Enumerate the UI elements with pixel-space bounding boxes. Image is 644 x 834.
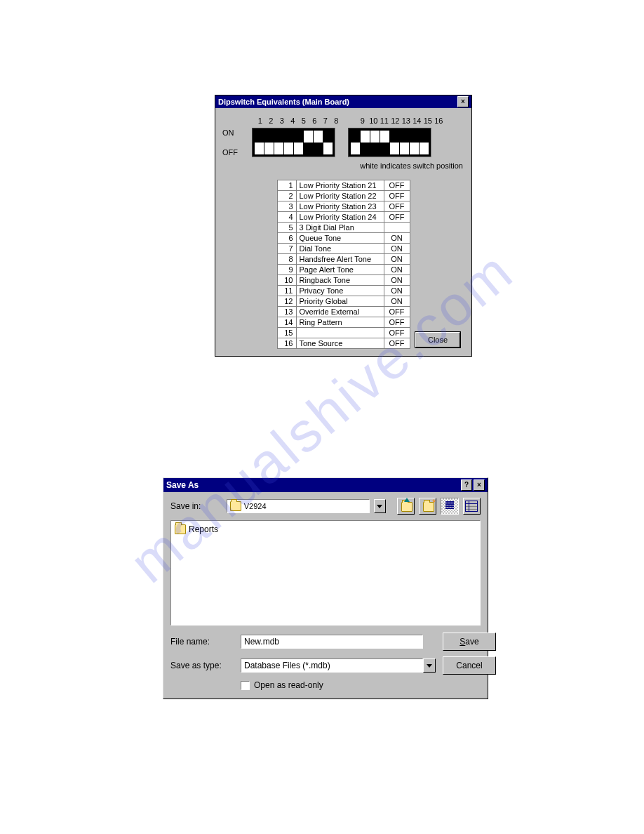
- table-row: 15OFF: [277, 328, 410, 338]
- dip-switch[interactable]: [410, 131, 419, 154]
- row-number: 14: [277, 317, 296, 328]
- up-folder-button[interactable]: [397, 498, 415, 515]
- table-row: 1Low Priority Station 21OFF: [277, 180, 410, 191]
- row-label: Tone Source: [296, 338, 384, 349]
- row-state: ON: [384, 286, 410, 296]
- on-label: ON: [222, 128, 252, 137]
- chevron-down-icon[interactable]: [374, 499, 387, 513]
- row-label: Handsfree Alert Tone: [296, 254, 384, 265]
- row-state: [384, 223, 410, 233]
- row-number: 9: [277, 265, 296, 275]
- table-row: 9Page Alert ToneON: [277, 265, 410, 275]
- readonly-checkbox[interactable]: [241, 681, 250, 690]
- folder-icon: [230, 501, 241, 511]
- table-row: 4Low Priority Station 24OFF: [277, 212, 410, 223]
- file-item-label: Reports: [189, 524, 218, 534]
- switch-number: 12: [390, 117, 401, 125]
- filename-value: New.mdb: [244, 637, 279, 647]
- row-label: 3 Digit Dial Plan: [296, 223, 384, 233]
- dip-switch[interactable]: [390, 131, 399, 154]
- row-number: 7: [277, 244, 296, 254]
- dip-switch[interactable]: [294, 131, 303, 154]
- row-state: ON: [384, 254, 410, 265]
- help-icon[interactable]: ?: [461, 479, 472, 491]
- switch-number: 5: [298, 117, 309, 125]
- row-label: Queue Tone: [296, 233, 384, 244]
- row-number: 8: [277, 254, 296, 265]
- table-row: 11Privacy ToneON: [277, 286, 410, 296]
- dipswitch-number-row: 12345678 910111213141516: [222, 117, 464, 125]
- switch-number: 10: [368, 117, 380, 125]
- row-label: Dial Tone: [296, 244, 384, 254]
- dip-switch[interactable]: [380, 131, 389, 154]
- row-label: Low Priority Station 21: [296, 180, 384, 191]
- dip-switch[interactable]: [255, 131, 264, 154]
- dip-switch[interactable]: [400, 131, 409, 154]
- dip-block-1: [252, 128, 335, 157]
- dip-switch[interactable]: [314, 131, 323, 154]
- close-button[interactable]: Close: [415, 332, 460, 348]
- switch-number: 1: [255, 117, 266, 125]
- row-label: [296, 328, 384, 338]
- dip-switch[interactable]: [351, 131, 360, 154]
- dipswitch-dialog: Dipswitch Equivalents (Main Board) × 123…: [215, 95, 472, 357]
- new-folder-button[interactable]: [419, 498, 436, 515]
- row-state: OFF: [384, 191, 410, 201]
- row-label: Priority Global: [296, 296, 384, 307]
- dip-switch[interactable]: [274, 131, 283, 154]
- row-number: 4: [277, 212, 296, 223]
- row-state: ON: [384, 275, 410, 286]
- list-item[interactable]: Reports: [174, 524, 477, 535]
- row-state: ON: [384, 233, 410, 244]
- dip-switch[interactable]: [264, 131, 274, 154]
- table-row: 14Ring PatternOFF: [277, 317, 410, 328]
- chevron-down-icon[interactable]: [423, 658, 436, 673]
- row-label: Page Alert Tone: [296, 265, 384, 275]
- save-in-value: V2924: [244, 502, 267, 510]
- off-label: OFF: [222, 148, 252, 157]
- row-number: 12: [277, 296, 296, 307]
- row-label: Low Priority Station 23: [296, 201, 384, 212]
- cancel-button[interactable]: Cancel: [443, 656, 496, 675]
- dip-switch[interactable]: [323, 131, 333, 154]
- folder-icon: [175, 524, 186, 534]
- switch-number: 4: [288, 117, 299, 125]
- row-number: 10: [277, 275, 296, 286]
- dip-switch[interactable]: [370, 131, 380, 154]
- filename-input[interactable]: New.mdb: [241, 635, 423, 649]
- table-row: 3Low Priority Station 23OFF: [277, 201, 410, 212]
- save-as-dialog: Save As ? × Save in: V2924 Reports: [163, 477, 488, 699]
- dip-switch[interactable]: [284, 131, 293, 154]
- row-number: 1: [277, 180, 296, 191]
- saveastype-dropdown[interactable]: Database Files (*.mdb): [241, 658, 436, 673]
- file-list[interactable]: Reports: [170, 520, 481, 626]
- details-view-button[interactable]: [463, 498, 481, 515]
- dipswitch-close-icon[interactable]: ×: [457, 96, 469, 107]
- row-label: Ringback Tone: [296, 275, 384, 286]
- row-state: OFF: [384, 317, 410, 328]
- row-number: 16: [277, 338, 296, 349]
- table-row: 8Handsfree Alert ToneON: [277, 254, 410, 265]
- row-label: Low Priority Station 22: [296, 191, 384, 201]
- dip-switch[interactable]: [420, 131, 429, 154]
- save-in-dropdown[interactable]: V2924: [227, 499, 370, 513]
- save-button-rest: ave: [465, 637, 478, 647]
- readonly-label: Open as read-only: [254, 680, 323, 690]
- table-row: 6Queue ToneON: [277, 233, 410, 244]
- row-state: ON: [384, 265, 410, 275]
- switch-number: 16: [434, 117, 445, 125]
- row-state: OFF: [384, 328, 410, 338]
- save-button[interactable]: Save: [443, 633, 496, 651]
- save-close-icon[interactable]: ×: [474, 479, 485, 491]
- row-state: ON: [384, 244, 410, 254]
- row-number: 5: [277, 223, 296, 233]
- dip-switch[interactable]: [304, 131, 313, 154]
- row-number: 13: [277, 307, 296, 317]
- dip-switch[interactable]: [361, 131, 370, 154]
- switch-number: 9: [357, 117, 368, 125]
- switch-number: 2: [266, 117, 277, 125]
- row-state: OFF: [384, 338, 410, 349]
- save-titlebar[interactable]: Save As ? ×: [163, 478, 488, 492]
- dipswitch-titlebar[interactable]: Dipswitch Equivalents (Main Board) ×: [215, 95, 471, 108]
- list-view-button[interactable]: [441, 498, 458, 515]
